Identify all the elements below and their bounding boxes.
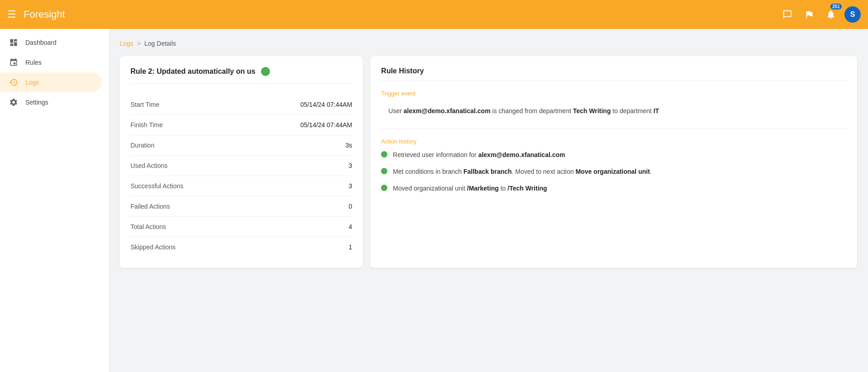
topnav-icons: 251 S bbox=[779, 6, 861, 23]
rule-history-card: Rule History Trigger event User alexm@de… bbox=[370, 56, 857, 268]
sidebar-item-rules-label: Rules bbox=[25, 59, 42, 66]
duration-value: 3s bbox=[346, 142, 352, 149]
breadcrumb: Logs > Log Details bbox=[120, 40, 857, 47]
rule-details-list: Start Time 05/14/24 07:44AM Finish Time … bbox=[130, 95, 352, 257]
total-actions-value: 4 bbox=[349, 223, 352, 230]
action-branch: Fallback branch bbox=[463, 168, 512, 175]
finish-time-label: Finish Time bbox=[130, 121, 163, 129]
trigger-from-dept: Tech Writing bbox=[573, 107, 611, 114]
sidebar: Dashboard Rules Logs Settings bbox=[0, 29, 109, 372]
breadcrumb-separator: > bbox=[137, 40, 140, 47]
used-actions-label: Used Actions bbox=[130, 162, 168, 169]
used-actions-value: 3 bbox=[349, 162, 352, 169]
detail-row-total-actions: Total Actions 4 bbox=[130, 217, 352, 237]
start-time-value: 05/14/24 07:44AM bbox=[300, 101, 352, 108]
cards-row: Rule 2: Updated automatically on us Star… bbox=[120, 56, 857, 268]
action-dot-0 bbox=[381, 151, 387, 157]
rule-detail-card: Rule 2: Updated automatically on us Star… bbox=[120, 56, 363, 268]
finish-time-value: 05/14/24 07:44AM bbox=[300, 121, 352, 129]
detail-row-duration: Duration 3s bbox=[130, 135, 352, 156]
sidebar-item-dashboard[interactable]: Dashboard bbox=[0, 33, 101, 52]
rule-title: Rule 2: Updated automatically on us bbox=[130, 67, 256, 76]
sidebar-item-settings-label: Settings bbox=[25, 99, 48, 106]
action-history-list: Retrieved user information for alexm@dem… bbox=[381, 150, 846, 193]
trigger-to-dept: IT bbox=[653, 107, 659, 114]
action-from-ou: /Marketing bbox=[467, 185, 499, 192]
action-section-label: Action history bbox=[381, 138, 846, 145]
detail-row-used-actions: Used Actions 3 bbox=[130, 156, 352, 176]
notification-badge: 251 bbox=[830, 4, 842, 10]
status-active-dot bbox=[261, 67, 270, 76]
successful-actions-label: Successful Actions bbox=[130, 182, 183, 190]
action-text-0: Retrieved user information for alexm@dem… bbox=[393, 150, 565, 160]
detail-row-failed-actions: Failed Actions 0 bbox=[130, 196, 352, 217]
hamburger-menu-icon[interactable]: ☰ bbox=[7, 9, 16, 20]
chat-icon bbox=[782, 10, 792, 19]
failed-actions-label: Failed Actions bbox=[130, 203, 170, 210]
sidebar-item-logs[interactable]: Logs bbox=[0, 72, 101, 92]
action-dot-1 bbox=[381, 168, 387, 174]
breadcrumb-logs-link[interactable]: Logs bbox=[120, 40, 133, 47]
successful-actions-value: 3 bbox=[349, 182, 352, 190]
action-user-email: alexm@demo.xfanatical.com bbox=[478, 151, 565, 158]
sidebar-item-settings[interactable]: Settings bbox=[0, 92, 101, 112]
action-text-1: Met conditions in branch Fallback branch… bbox=[393, 167, 651, 176]
action-to-ou: /Tech Writing bbox=[507, 185, 547, 192]
logs-icon bbox=[9, 78, 18, 87]
trigger-connector: to department bbox=[611, 107, 653, 114]
total-actions-label: Total Actions bbox=[130, 223, 166, 230]
action-item-2: Moved organizational unit /Marketing to … bbox=[381, 184, 846, 193]
sidebar-item-logs-label: Logs bbox=[25, 79, 39, 86]
skipped-actions-value: 1 bbox=[349, 243, 352, 251]
sidebar-item-dashboard-label: Dashboard bbox=[25, 39, 57, 46]
flag-icon-button[interactable] bbox=[801, 6, 817, 23]
settings-icon bbox=[9, 98, 18, 107]
sidebar-item-rules[interactable]: Rules bbox=[0, 52, 101, 72]
bell-icon bbox=[826, 10, 836, 19]
main-content: Logs > Log Details Rule 2: Updated autom… bbox=[109, 29, 868, 372]
duration-label: Duration bbox=[130, 142, 154, 149]
action-item-1: Met conditions in branch Fallback branch… bbox=[381, 167, 846, 176]
action-dot-2 bbox=[381, 185, 387, 191]
action-item-0: Retrieved user information for alexm@dem… bbox=[381, 150, 846, 160]
skipped-actions-label: Skipped Actions bbox=[130, 243, 176, 251]
detail-row-skipped-actions: Skipped Actions 1 bbox=[130, 237, 352, 257]
trigger-prefix: User bbox=[388, 107, 403, 114]
detail-row-finish-time: Finish Time 05/14/24 07:44AM bbox=[130, 115, 352, 135]
top-navigation: ☰ Foresight 251 S bbox=[0, 0, 868, 29]
section-divider bbox=[381, 129, 846, 129]
trigger-event-text: User alexm@demo.xfanatical.com is change… bbox=[381, 102, 846, 119]
action-text-2: Moved organizational unit /Marketing to … bbox=[393, 184, 547, 193]
detail-row-start-time: Start Time 05/14/24 07:44AM bbox=[130, 95, 352, 115]
trigger-user: alexm@demo.xfanatical.com bbox=[404, 107, 491, 114]
action-next: Move organizational unit bbox=[575, 168, 650, 175]
flag-icon bbox=[804, 10, 814, 19]
breadcrumb-current: Log Details bbox=[145, 40, 176, 47]
rule-history-title: Rule History bbox=[381, 67, 846, 81]
user-avatar[interactable]: S bbox=[844, 6, 861, 23]
chat-icon-button[interactable] bbox=[779, 6, 796, 23]
detail-row-successful-actions: Successful Actions 3 bbox=[130, 176, 352, 196]
app-title: Foresight bbox=[24, 9, 779, 20]
start-time-label: Start Time bbox=[130, 101, 159, 108]
trigger-middle: is changed from department bbox=[491, 107, 573, 114]
notification-wrapper: 251 bbox=[823, 6, 839, 23]
trigger-section-label: Trigger event bbox=[381, 90, 846, 97]
rules-icon bbox=[9, 58, 18, 67]
dashboard-icon bbox=[9, 38, 18, 47]
failed-actions-value: 0 bbox=[349, 203, 352, 210]
rule-card-header: Rule 2: Updated automatically on us bbox=[130, 67, 352, 84]
